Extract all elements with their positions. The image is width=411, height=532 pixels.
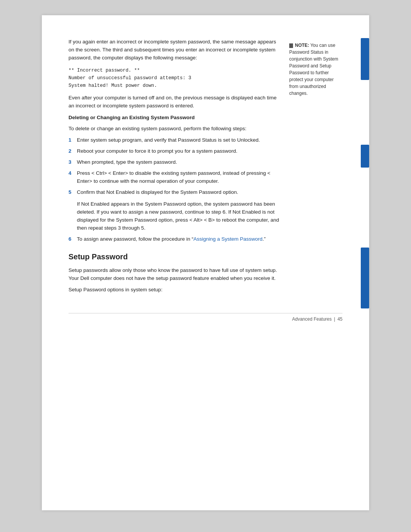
note-icon: [289, 43, 293, 48]
main-content: If you again enter an incorrect or incom…: [68, 38, 282, 298]
note-box: NOTE: You can use Password Status in con…: [289, 42, 342, 97]
note-text: You can use Password Status in conjuncti…: [289, 43, 338, 96]
footer-page-number: 45: [338, 316, 342, 322]
setup-password-para1: Setup passwords allow only those who kno…: [68, 267, 282, 283]
sidebar-bar-bot: [361, 248, 369, 308]
code-block: ** Incorrect password. ** Number of unsu…: [68, 67, 282, 89]
step-5: 5 Confirm that Not Enabled is displayed …: [68, 189, 282, 197]
footer-divider: |: [334, 316, 335, 322]
step-text-4: Press < Ctrl> < Enter> to disable the ex…: [77, 169, 282, 185]
footer-section: Advanced Features: [292, 316, 331, 322]
intro-paragraph: If you again enter an incorrect or incom…: [68, 38, 282, 62]
step-4: 4 Press < Ctrl> < Enter> to disable the …: [68, 169, 282, 185]
step-text-2: Reboot your computer to force it to prom…: [77, 147, 237, 155]
sidebar: NOTE: You can use Password Status in con…: [289, 38, 342, 298]
step-2: 2 Reboot your computer to force it to pr…: [68, 147, 282, 155]
subheading: Deleting or Changing an Existing System …: [68, 114, 282, 122]
step-6: 6 To assign anew password, follow the pr…: [68, 235, 282, 243]
setup-password-title: Setup Password: [68, 251, 282, 263]
sidebar-bar-mid: [361, 145, 369, 168]
step-number-3: 3: [68, 158, 74, 166]
step-text-1: Enter system setup program, and verify t…: [77, 136, 260, 144]
sidebar-bar-top: [361, 38, 369, 80]
assign-password-link[interactable]: Assigning a System Password: [193, 236, 263, 242]
step-text-5: Confirm that Not Enabled is displayed fo…: [77, 189, 238, 197]
step-number-5: 5: [68, 189, 74, 197]
page: If you again enter an incorrect or incom…: [42, 15, 369, 510]
step-3: 3 When prompted, type the system passwor…: [68, 158, 282, 166]
step-1: 1 Enter system setup program, and verify…: [68, 136, 282, 144]
subsequent-paragraph: Even after your computer is turned off a…: [68, 94, 282, 110]
subheading-intro: To delete or change an existing system p…: [68, 125, 282, 133]
step-text-3: When prompted, type the system password.: [77, 158, 177, 166]
content-area: If you again enter an incorrect or incom…: [68, 38, 342, 298]
setup-password-para2: Setup Password options in system setup:: [68, 286, 282, 294]
step-number-6: 6: [68, 235, 74, 243]
step-text-6: To assign anew password, follow the proc…: [77, 235, 266, 243]
step-number-4: 4: [68, 169, 74, 185]
step-number-2: 2: [68, 147, 74, 155]
steps-list-2: 6 To assign anew password, follow the pr…: [68, 235, 282, 243]
steps-list: 1 Enter system setup program, and verify…: [68, 136, 282, 197]
step-5-sub: If Not Enabled appears in the System Pas…: [77, 200, 282, 232]
footer: Advanced Features | 45: [68, 313, 342, 322]
note-label: NOTE:: [295, 43, 309, 48]
step-number-1: 1: [68, 136, 74, 144]
